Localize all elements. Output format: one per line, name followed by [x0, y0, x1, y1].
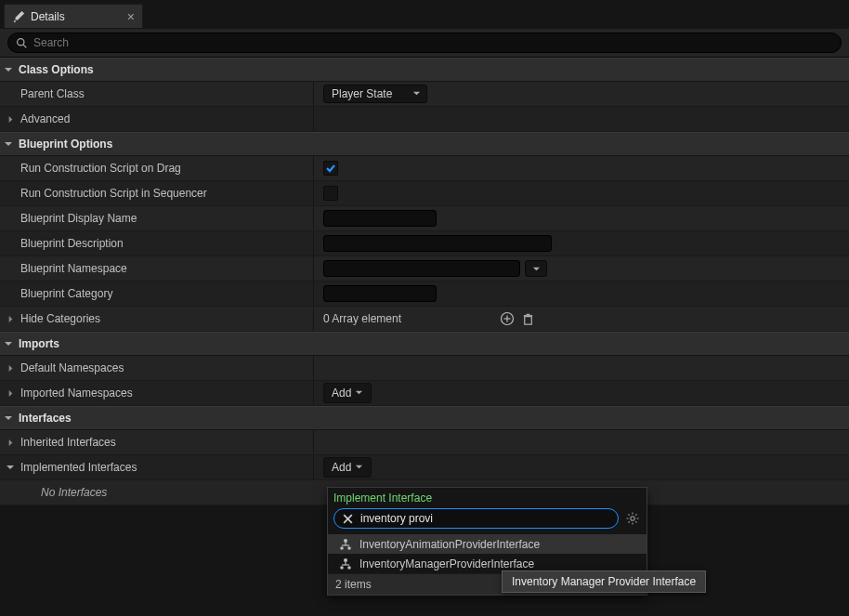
expand-icon	[4, 65, 13, 74]
row-bp-category: Blueprint Category	[0, 282, 849, 307]
bp-display-name-input[interactable]	[323, 210, 437, 227]
interface-icon	[339, 538, 352, 551]
svg-line-16	[635, 521, 636, 522]
svg-line-18	[628, 521, 629, 522]
expand-icon	[6, 363, 15, 373]
checkbox-run-drag[interactable]	[323, 161, 338, 176]
label: Blueprint Category	[20, 287, 112, 300]
label: Hide Categories	[20, 312, 100, 325]
svg-rect-5	[524, 316, 531, 323]
svg-line-1	[23, 45, 26, 47]
section-interfaces[interactable]: Interfaces	[0, 406, 849, 430]
tooltip: Inventory Manager Provider Interface	[502, 570, 706, 593]
svg-point-28	[347, 566, 351, 570]
add-label: Add	[332, 461, 351, 474]
svg-point-24	[344, 558, 347, 562]
add-namespace-button[interactable]: Add	[323, 383, 372, 403]
row-default-namespaces[interactable]: Default Namespaces	[0, 356, 849, 381]
svg-point-19	[344, 539, 347, 543]
section-blueprint-options[interactable]: Blueprint Options	[0, 132, 849, 156]
popup-search-input[interactable]	[360, 512, 612, 525]
clear-array-icon[interactable]	[520, 311, 535, 326]
row-imported-namespaces: Imported Namespaces Add	[0, 381, 849, 406]
expand-icon	[4, 413, 13, 423]
parent-class-value: Player State	[332, 87, 392, 100]
expand-icon	[6, 388, 15, 398]
row-implemented-interfaces: Implemented Interfaces Add	[0, 455, 849, 480]
label: Run Construction Script on Drag	[20, 162, 181, 175]
no-interfaces-text: No Interfaces	[6, 486, 107, 499]
clear-search-icon[interactable]	[340, 511, 355, 526]
bp-description-input[interactable]	[323, 235, 552, 252]
chevron-down-icon	[412, 87, 421, 100]
parent-class-dropdown[interactable]: Player State	[323, 85, 427, 103]
expand-icon	[6, 314, 15, 323]
search-input[interactable]	[33, 36, 833, 49]
tab-bar: Details ×	[0, 0, 849, 28]
label: Blueprint Description	[20, 237, 124, 250]
label-advanced: Advanced	[20, 112, 70, 125]
section-title: Class Options	[19, 63, 94, 76]
svg-point-23	[347, 546, 351, 550]
popup-item[interactable]: InventoryAnimationProviderInterface	[328, 534, 647, 554]
svg-point-0	[18, 38, 24, 45]
label: Implemented Interfaces	[20, 461, 137, 474]
popup-item-label: InventoryAnimationProviderInterface	[359, 538, 540, 551]
paintbrush-icon	[12, 10, 25, 23]
search-field-wrap[interactable]	[7, 33, 842, 53]
label: Blueprint Display Name	[20, 212, 137, 225]
gear-icon[interactable]	[624, 511, 641, 526]
popup-item-label: InventoryManagerProviderInterface	[359, 557, 534, 570]
label: Default Namespaces	[20, 361, 124, 374]
tab-title: Details	[31, 10, 122, 23]
array-summary: 0 Array element	[323, 312, 401, 325]
section-imports[interactable]: Imports	[0, 332, 849, 356]
bp-namespace-dropdown-button[interactable]	[525, 260, 547, 277]
label-parent-class: Parent Class	[20, 87, 85, 100]
expand-icon	[6, 463, 15, 472]
row-hide-categories: Hide Categories 0 Array element	[0, 307, 849, 332]
tab-close-icon[interactable]: ×	[127, 10, 135, 23]
svg-line-15	[628, 514, 629, 515]
row-inherited-interfaces[interactable]: Inherited Interfaces	[0, 430, 849, 455]
svg-point-22	[340, 546, 344, 550]
interface-icon	[339, 557, 352, 570]
chevron-down-icon	[355, 461, 363, 474]
section-title: Interfaces	[19, 412, 72, 425]
add-label: Add	[332, 387, 351, 400]
row-bp-description: Blueprint Description	[0, 231, 849, 256]
label: Imported Namespaces	[20, 387, 133, 400]
section-title: Blueprint Options	[19, 138, 112, 151]
add-element-icon[interactable]	[500, 311, 515, 326]
svg-line-17	[635, 514, 636, 515]
row-bp-display-name: Blueprint Display Name	[0, 206, 849, 231]
section-title: Imports	[19, 337, 59, 350]
section-class-options[interactable]: Class Options	[0, 58, 849, 82]
search-row	[0, 28, 849, 58]
expand-icon	[4, 139, 13, 149]
row-run-construction-sequencer: Run Construction Script in Sequencer	[0, 181, 849, 206]
popup-search-field[interactable]	[333, 508, 619, 529]
label: Blueprint Namespace	[20, 262, 127, 275]
search-icon	[16, 37, 28, 49]
popup-results-list: InventoryAnimationProviderInterface Inve…	[328, 534, 647, 573]
row-run-construction-drag: Run Construction Script on Drag	[0, 156, 849, 181]
row-parent-class: Parent Class Player State	[0, 82, 849, 107]
add-interface-button[interactable]: Add	[323, 457, 372, 478]
checkbox-run-sequencer[interactable]	[323, 186, 338, 201]
chevron-down-icon	[355, 387, 363, 400]
expand-icon	[4, 339, 13, 348]
row-advanced[interactable]: Advanced	[0, 107, 849, 132]
label: Run Construction Script in Sequencer	[20, 187, 207, 200]
expand-icon	[6, 114, 15, 124]
bp-namespace-input[interactable]	[323, 260, 520, 277]
svg-point-27	[340, 566, 344, 570]
svg-point-10	[631, 517, 634, 520]
row-bp-namespace: Blueprint Namespace	[0, 256, 849, 282]
expand-icon	[6, 438, 15, 447]
label: Inherited Interfaces	[20, 436, 116, 449]
bp-category-input[interactable]	[323, 285, 437, 302]
tab-details[interactable]: Details ×	[4, 4, 143, 28]
popup-title: Implement Interface	[328, 488, 647, 508]
